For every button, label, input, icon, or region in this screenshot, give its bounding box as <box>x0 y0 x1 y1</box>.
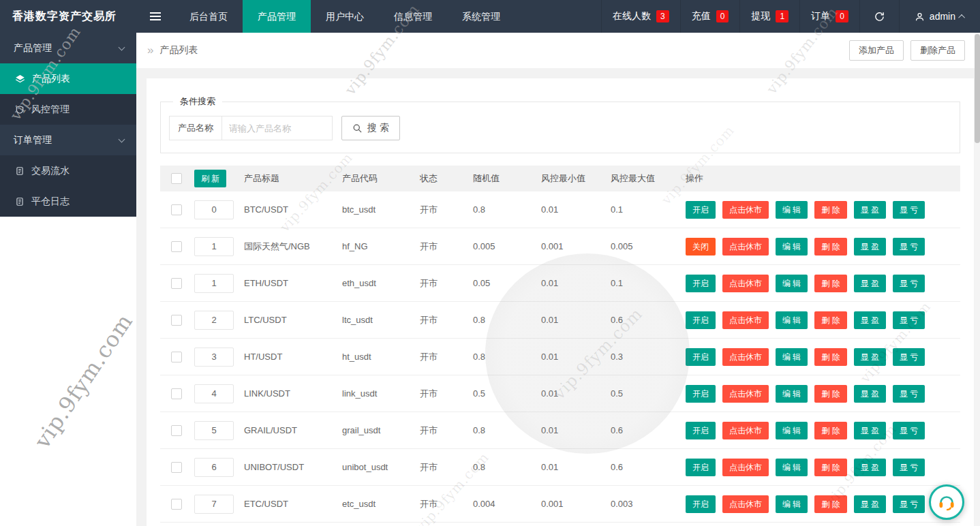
sort-order-input[interactable] <box>194 237 234 256</box>
show-profit-button[interactable]: 显 盈 <box>854 422 886 439</box>
toggle-market-button[interactable]: 开启 <box>686 459 716 476</box>
row-checkbox[interactable] <box>171 462 182 473</box>
nav-item-home[interactable]: 后台首页 <box>174 0 243 33</box>
show-loss-button[interactable]: 显 亏 <box>893 348 925 366</box>
row-checkbox[interactable] <box>171 352 182 362</box>
show-profit-button[interactable]: 显 盈 <box>854 495 886 513</box>
edit-button[interactable]: 编 辑 <box>776 311 808 329</box>
show-loss-button[interactable]: 显 亏 <box>893 422 925 439</box>
row-checkbox[interactable] <box>171 425 182 436</box>
stat-orders[interactable]: 订单 0 <box>799 0 859 33</box>
suspend-market-button[interactable]: 点击休市 <box>722 348 769 366</box>
toggle-market-button[interactable]: 开启 <box>686 495 716 513</box>
stat-deposits[interactable]: 充值 0 <box>680 0 740 33</box>
row-checkbox[interactable] <box>171 499 182 510</box>
show-profit-button[interactable]: 显 盈 <box>854 348 886 366</box>
edit-button[interactable]: 编 辑 <box>776 275 808 292</box>
suspend-market-button[interactable]: 点击休市 <box>722 459 769 476</box>
toggle-market-button[interactable]: 开启 <box>686 275 716 292</box>
row-checkbox[interactable] <box>171 204 182 215</box>
show-loss-button[interactable]: 显 亏 <box>893 385 925 403</box>
main-area: » 产品列表 添加产品 删除产品 条件搜索 产品名称 搜 索 <box>136 33 980 526</box>
stat-online-users[interactable]: 在线人数 3 <box>601 0 680 33</box>
product-name-input[interactable] <box>222 116 333 140</box>
sidebar-item-product-list[interactable]: 产品列表 <box>0 63 136 94</box>
select-all-checkbox[interactable] <box>171 173 182 184</box>
row-checkbox[interactable] <box>171 241 182 252</box>
sort-order-input[interactable] <box>194 458 234 477</box>
toggle-market-button[interactable]: 关闭 <box>686 238 716 256</box>
suspend-market-button[interactable]: 点击休市 <box>722 275 769 292</box>
product-title: BTC/USDT <box>244 204 342 215</box>
edit-button[interactable]: 编 辑 <box>776 422 808 439</box>
delete-button[interactable]: 删 除 <box>814 385 846 403</box>
edit-button[interactable]: 编 辑 <box>776 238 808 256</box>
delete-button[interactable]: 删 除 <box>814 459 846 476</box>
sidebar-group-products[interactable]: 产品管理 <box>0 33 136 63</box>
show-profit-button[interactable]: 显 盈 <box>854 459 886 476</box>
admin-dropdown[interactable]: admin <box>899 0 980 33</box>
sidebar-group-orders[interactable]: 订单管理 <box>0 125 136 155</box>
show-profit-button[interactable]: 显 盈 <box>854 275 886 292</box>
toggle-market-button[interactable]: 开启 <box>686 385 716 403</box>
sidebar-item-close-log[interactable]: 平仓日志 <box>0 186 136 217</box>
show-loss-button[interactable]: 显 亏 <box>893 459 925 476</box>
edit-button[interactable]: 编 辑 <box>776 201 808 219</box>
suspend-market-button[interactable]: 点击休市 <box>722 385 769 403</box>
nav-item-products[interactable]: 产品管理 <box>243 0 311 33</box>
sort-order-input[interactable] <box>194 421 234 440</box>
delete-button[interactable]: 删 除 <box>814 238 846 256</box>
stat-withdrawals[interactable]: 提现 1 <box>739 0 799 33</box>
delete-button[interactable]: 删 除 <box>814 201 846 219</box>
add-product-button[interactable]: 添加产品 <box>849 40 904 61</box>
delete-button[interactable]: 删 除 <box>814 275 846 292</box>
search-button[interactable]: 搜 索 <box>341 116 400 140</box>
delete-button[interactable]: 删 除 <box>814 495 846 513</box>
edit-button[interactable]: 编 辑 <box>776 495 808 513</box>
suspend-market-button[interactable]: 点击休市 <box>722 311 769 329</box>
nav-item-information[interactable]: 信息管理 <box>379 0 447 33</box>
show-profit-button[interactable]: 显 盈 <box>854 311 886 329</box>
sort-order-input[interactable] <box>194 311 234 330</box>
menu-collapse-icon[interactable] <box>136 0 174 33</box>
edit-button[interactable]: 编 辑 <box>776 459 808 476</box>
toggle-market-button[interactable]: 开启 <box>686 311 716 329</box>
sidebar-item-risk-control[interactable]: 风控管理 <box>0 94 136 125</box>
show-loss-button[interactable]: 显 亏 <box>893 495 925 513</box>
sort-order-input[interactable] <box>194 200 234 219</box>
row-checkbox[interactable] <box>171 278 182 289</box>
delete-button[interactable]: 删 除 <box>814 348 846 366</box>
suspend-market-button[interactable]: 点击休市 <box>722 422 769 439</box>
sort-order-input[interactable] <box>194 384 234 403</box>
show-loss-button[interactable]: 显 亏 <box>893 311 925 329</box>
sort-order-input[interactable] <box>194 347 234 367</box>
show-profit-button[interactable]: 显 盈 <box>854 201 886 219</box>
customer-service-button[interactable] <box>929 484 964 520</box>
edit-button[interactable]: 编 辑 <box>776 348 808 366</box>
sidebar-item-trade-flow[interactable]: 交易流水 <box>0 155 136 186</box>
refresh-icon[interactable] <box>859 0 899 33</box>
delete-button[interactable]: 删 除 <box>814 422 846 439</box>
suspend-market-button[interactable]: 点击休市 <box>722 495 769 513</box>
sort-order-input[interactable] <box>194 495 234 514</box>
toggle-market-button[interactable]: 开启 <box>686 201 716 219</box>
toggle-market-button[interactable]: 开启 <box>686 422 716 439</box>
delete-product-button[interactable]: 删除产品 <box>910 40 965 61</box>
scrollbar-thumb[interactable] <box>975 34 980 143</box>
edit-button[interactable]: 编 辑 <box>776 385 808 403</box>
show-profit-button[interactable]: 显 盈 <box>854 385 886 403</box>
row-checkbox[interactable] <box>171 315 182 326</box>
toggle-market-button[interactable]: 开启 <box>686 348 716 366</box>
refresh-button[interactable]: 刷 新 <box>194 170 226 187</box>
show-loss-button[interactable]: 显 亏 <box>893 275 925 292</box>
show-profit-button[interactable]: 显 盈 <box>854 238 886 256</box>
row-checkbox[interactable] <box>171 388 182 399</box>
show-loss-button[interactable]: 显 亏 <box>893 238 925 256</box>
sort-order-input[interactable] <box>194 274 234 293</box>
suspend-market-button[interactable]: 点击休市 <box>722 238 769 256</box>
delete-button[interactable]: 删 除 <box>814 311 846 329</box>
nav-item-users[interactable]: 用户中心 <box>311 0 379 33</box>
suspend-market-button[interactable]: 点击休市 <box>722 201 769 219</box>
show-loss-button[interactable]: 显 亏 <box>893 201 925 219</box>
nav-item-system[interactable]: 系统管理 <box>447 0 515 33</box>
